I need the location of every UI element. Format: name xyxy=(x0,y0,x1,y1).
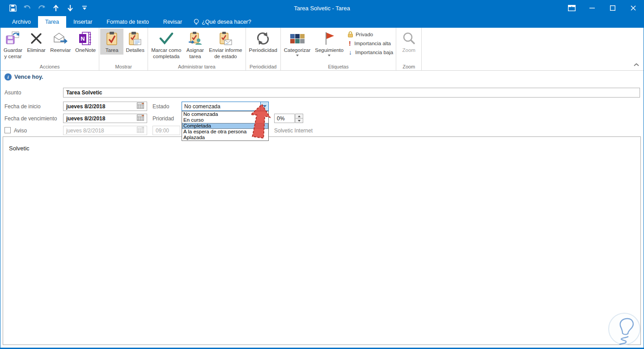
owner-text: Solvetic Internet xyxy=(274,128,313,134)
tarea-button[interactable]: Tarea xyxy=(100,29,123,55)
enviar-informe-de-estado-button[interactable]: Enviar informe de estado xyxy=(207,29,244,61)
previous-item-icon[interactable] xyxy=(50,2,62,14)
aviso-hora-value: 09:00 xyxy=(156,128,169,134)
tab-insertar[interactable]: Insertar xyxy=(66,16,99,28)
fecha-vencimiento-label: Fecha de vencimiento xyxy=(4,115,57,122)
annotation-arrow-icon xyxy=(244,102,274,143)
tab-formato-de-texto[interactable]: Formato de texto xyxy=(99,16,156,28)
button-label: Enviar informe de estado xyxy=(209,47,242,60)
date-picker-icon[interactable] xyxy=(137,102,144,110)
estado-label: Estado xyxy=(153,103,169,110)
titlebar: Tarea Solvetic - Tarea xyxy=(0,0,644,16)
aviso-checkbox[interactable] xyxy=(4,127,11,133)
quick-access-toolbar xyxy=(0,2,91,14)
window-title: Tarea Solvetic - Tarea xyxy=(0,5,644,12)
minimize-button[interactable] xyxy=(582,0,602,16)
spin-up-button[interactable] xyxy=(295,114,303,119)
asunto-value: Tarea Solvetic xyxy=(66,89,102,96)
ribbon-display-options-icon[interactable] xyxy=(561,0,582,16)
recurrence-icon xyxy=(256,30,270,47)
task-notes-body[interactable]: Solvetic xyxy=(3,136,641,345)
detalles-button[interactable]: Detalles xyxy=(123,29,147,55)
fecha-vencimiento-field[interactable]: jueves 8/2/2018 xyxy=(63,114,147,123)
percent-complete-value: 0% xyxy=(277,115,284,122)
guardar-y-cerrar-button[interactable]: Guardar y cerrar xyxy=(1,29,25,61)
info-icon: i xyxy=(4,73,12,81)
group-label-periodicidad: Periodicidad xyxy=(247,64,280,70)
svg-text:N: N xyxy=(81,35,85,42)
button-label: Asignar tarea xyxy=(186,47,204,60)
task-window: Tarea Solvetic - Tarea Archivo Tarea Ins… xyxy=(0,0,644,349)
group-periodicidad: Periodicidad Periodicidad xyxy=(246,28,281,70)
chevron-down-icon xyxy=(298,120,301,122)
save-icon[interactable] xyxy=(7,2,19,14)
privado-button[interactable]: Privado xyxy=(347,31,393,38)
button-label: Importancia alta xyxy=(354,41,391,46)
dropdown-caret-icon xyxy=(296,55,299,56)
aviso-fecha-field[interactable]: jueves 8/2/2018 xyxy=(63,126,147,135)
aviso-hora-field[interactable]: 09:00 xyxy=(153,126,180,135)
tab-archivo[interactable]: Archivo xyxy=(5,16,38,28)
spin-down-button[interactable] xyxy=(295,119,303,123)
high-importance-icon: ! xyxy=(347,39,352,47)
group-acciones: Guardar y cerrar Eliminar Reenviar xyxy=(0,28,99,70)
fecha-inicio-field[interactable]: jueves 8/2/2018 xyxy=(63,102,147,111)
importancia-baja-button[interactable]: ↓ Importancia baja xyxy=(347,49,393,56)
reenviar-button[interactable]: Reenviar xyxy=(48,29,73,55)
undo-icon[interactable] xyxy=(21,2,34,14)
asunto-label: Asunto xyxy=(4,89,21,96)
periodicidad-button[interactable]: Periodicidad xyxy=(247,29,280,55)
button-label: Importancia baja xyxy=(355,50,393,55)
onenote-icon: N xyxy=(79,30,92,47)
button-label: Detalles xyxy=(126,47,144,54)
group-label-zoom: Zoom xyxy=(397,64,420,70)
magnifier-icon xyxy=(402,30,415,47)
importancia-alta-button[interactable]: ! Importancia alta xyxy=(347,39,393,47)
tell-me-box[interactable]: ¿Qué desea hacer? xyxy=(189,16,256,28)
redo-icon[interactable] xyxy=(35,2,48,14)
delete-icon xyxy=(30,30,42,47)
zoom-button[interactable]: Zoom xyxy=(397,29,420,55)
chevron-up-icon xyxy=(298,115,301,117)
check-icon xyxy=(159,30,174,47)
task-form: i Vence hoy. Asunto Tarea Solvetic Fecha… xyxy=(0,71,644,349)
button-label: Reenviar xyxy=(50,47,71,54)
date-picker-icon-disabled xyxy=(137,127,144,134)
ribbon: Guardar y cerrar Eliminar Reenviar xyxy=(0,28,644,71)
asignar-tarea-button[interactable]: Asignar tarea xyxy=(183,29,207,61)
task-notes-text: Solvetic xyxy=(9,145,30,152)
marcar-como-completada-button[interactable]: Marcar como completada xyxy=(149,29,183,61)
prioridad-label: Prioridad xyxy=(153,115,174,122)
button-label: Zoom xyxy=(402,47,415,54)
low-importance-icon: ↓ xyxy=(347,49,353,56)
categorizar-button[interactable]: Categorizar xyxy=(282,29,313,57)
collapse-ribbon-icon[interactable] xyxy=(634,62,639,68)
tab-tarea[interactable]: Tarea xyxy=(38,16,66,28)
eliminar-button[interactable]: Eliminar xyxy=(25,29,48,55)
maximize-button[interactable] xyxy=(602,0,623,16)
lightbulb-icon xyxy=(194,19,199,26)
button-label: Tarea xyxy=(106,47,119,54)
group-etiquetas: Categorizar Seguimiento Privado xyxy=(281,28,396,70)
lock-icon xyxy=(347,31,353,38)
customize-qat-icon[interactable] xyxy=(78,2,91,14)
solvetic-watermark-icon xyxy=(608,312,641,347)
close-button[interactable] xyxy=(623,0,644,16)
ribbon-tab-bar: Archivo Tarea Insertar Formato de texto … xyxy=(0,16,644,28)
group-zoom: Zoom Zoom xyxy=(396,28,422,70)
window-controls xyxy=(561,0,644,16)
seguimiento-button[interactable]: Seguimiento xyxy=(313,29,346,57)
onenote-button[interactable]: N OneNote xyxy=(73,29,98,55)
infobar: i Vence hoy. xyxy=(4,73,43,81)
save-close-icon xyxy=(5,30,21,47)
percent-complete-field[interactable]: 0% xyxy=(274,114,295,123)
next-item-icon[interactable] xyxy=(64,2,76,14)
fecha-inicio-label: Fecha de inicio xyxy=(4,103,41,110)
tab-revisar[interactable]: Revisar xyxy=(156,16,189,28)
details-clipboard-icon xyxy=(128,30,142,47)
percent-spinner xyxy=(295,114,303,123)
fecha-inicio-value: jueves 8/2/2018 xyxy=(66,103,105,110)
flag-icon xyxy=(323,30,335,47)
date-picker-icon[interactable] xyxy=(137,115,144,122)
asunto-field[interactable]: Tarea Solvetic xyxy=(63,88,640,98)
